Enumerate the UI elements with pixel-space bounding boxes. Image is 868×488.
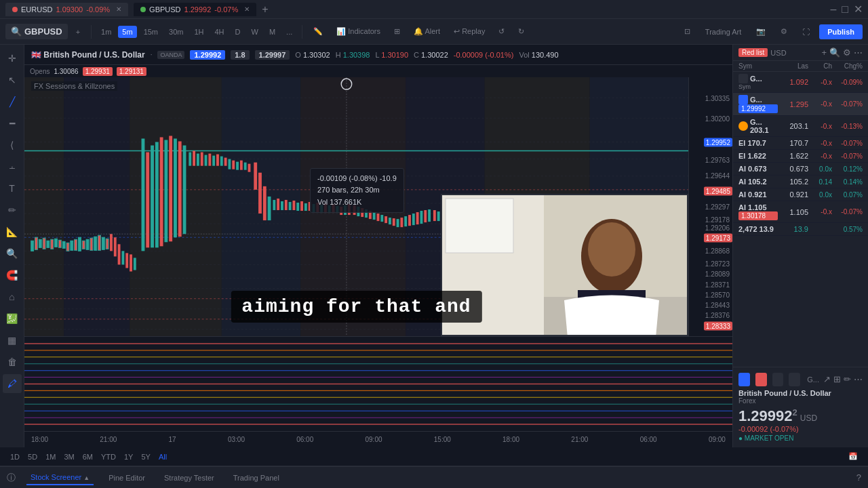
sidebar-trade[interactable]: 💹 [3, 309, 22, 328]
sidebar-delete[interactable]: 🗑 [3, 352, 22, 371]
watchlist-item-5[interactable]: AI 0.673 0.673 0.0x 0.12% [733, 163, 868, 176]
svg-rect-105 [357, 207, 359, 216]
svg-rect-102 [344, 205, 347, 215]
undo-button[interactable]: ↺ [493, 24, 510, 39]
wl-sym-5: AI 0.673 [738, 165, 767, 173]
tf-m[interactable]: M [265, 26, 279, 38]
tab-stock-screener[interactable]: Stock Screener ▲ [26, 470, 94, 485]
sidebar-highlight-active[interactable]: 🖍 [3, 374, 22, 393]
tf-1m-btn[interactable]: 1M [42, 451, 59, 462]
tf-w[interactable]: W [248, 26, 262, 38]
watchlist-settings-icon[interactable]: ⚙ [843, 47, 851, 58]
svg-rect-85 [277, 199, 279, 210]
sd-more-icon[interactable]: ⋯ [854, 374, 863, 384]
watchlist-more-icon[interactable]: ⋯ [854, 47, 863, 58]
tab-gbpusd[interactable]: GBPUSD 1.29992 -0.07% ✕ [134, 3, 256, 16]
alert-button[interactable]: 🔔 Alert [408, 24, 446, 39]
tf-more[interactable]: ... [282, 26, 296, 38]
price-1.29485-red: 1.29485 [704, 187, 732, 196]
watchlist-item-6[interactable]: AI 105.2 105.2 0.14 0.14% [733, 176, 868, 188]
tf-5y[interactable]: 5Y [138, 451, 153, 462]
templates-button[interactable]: ⊞ [389, 24, 406, 39]
tf-4h[interactable]: 4H [211, 26, 229, 38]
layout-button[interactable]: ⊡ [679, 24, 696, 39]
snapshot-button[interactable]: 📷 [751, 24, 771, 39]
watchlist-search-icon[interactable]: 🔍 [829, 47, 840, 58]
tab-close-eurusd[interactable]: ✕ [116, 5, 121, 13]
window-minimize[interactable]: – [830, 3, 836, 16]
tf-1m[interactable]: 1m [97, 26, 115, 38]
tf-cal-icon[interactable]: 📅 [845, 451, 861, 462]
tf-3m-btn[interactable]: 3M [60, 451, 77, 462]
wl-sym-9: 2,472 13.9 [738, 225, 774, 233]
svg-rect-69 [208, 154, 211, 166]
watchlist-item-7[interactable]: AI 0.921 0.921 0.0x 0.07% [733, 188, 868, 201]
sd-edit-icon[interactable]: ✏ [844, 374, 851, 384]
svg-rect-78 [244, 163, 247, 170]
sidebar-magnet[interactable]: 🧲 [3, 266, 22, 285]
tf-ytd[interactable]: YTD [98, 451, 119, 462]
svg-rect-118 [408, 215, 411, 226]
sidebar-text[interactable]: T [3, 179, 22, 198]
wl-sym-7: AI 0.921 [738, 190, 767, 199]
settings-button[interactable]: ⚙ [775, 24, 793, 39]
sidebar-line[interactable]: ╱ [3, 92, 22, 111]
sidebar-hline[interactable]: ━ [3, 114, 22, 133]
sidebar-cursor[interactable]: ↖ [3, 70, 22, 89]
sidebar-pattern[interactable]: ▦ [3, 331, 22, 350]
drawing-tools-button[interactable]: ✏️ [308, 24, 328, 39]
watchlist-item-9[interactable]: 2,472 13.9 13.9 0.57% [733, 223, 868, 236]
tf-15m[interactable]: 15m [140, 26, 162, 38]
indicators-button[interactable]: 📊 Indicators [331, 24, 386, 39]
watchlist-item-gbpusd[interactable]: G... 1.29992 1.295 -0.x -0.07% [733, 93, 868, 116]
tab-pine-editor[interactable]: Pine Editor [104, 471, 149, 485]
tf-1h[interactable]: 1H [190, 26, 208, 38]
watchlist-item-3[interactable]: El 170.7 170.7 -0.x -0.07% [733, 137, 868, 150]
tf-6m-btn[interactable]: 6M [79, 451, 96, 462]
price-1.29952-highlight: 1.29952 [704, 138, 732, 146]
window-close[interactable]: ✕ [854, 3, 863, 16]
add-symbol-button[interactable]: + [71, 25, 85, 39]
svg-rect-110 [377, 214, 380, 221]
watchlist-add-icon[interactable]: + [821, 47, 827, 58]
toolbar: 🔍 GBPUSD + 1m 5m 15m 30m 1H 4H D W M ...… [0, 19, 868, 45]
sidebar-channel[interactable]: ⟨ [3, 136, 22, 155]
redo-button[interactable]: ↻ [513, 24, 530, 39]
sidebar-crosshair[interactable]: ✛ [3, 49, 22, 68]
chart-area[interactable]: FX Sessions & Killzones [24, 77, 688, 336]
sd-link-icon[interactable]: ↗ [823, 374, 831, 384]
sidebar-brush[interactable]: ✏ [3, 201, 22, 220]
watchlist-item-2[interactable]: G... 203.1 203.1 -0.x -0.13% [733, 116, 868, 137]
ohlcv-h: H 1.30398 [336, 51, 370, 59]
new-tab-button[interactable]: + [262, 3, 268, 16]
toolbar-divider-1 [91, 25, 92, 39]
watchlist-item-0[interactable]: G... Sym 1.092 -0.x -0.09% [733, 72, 868, 93]
trading-art-button[interactable]: Trading Art [700, 25, 747, 39]
time-label-3: 03:00 [228, 436, 245, 443]
tab-close-gbpusd[interactable]: ✕ [244, 5, 250, 13]
replay-button[interactable]: ↩ Replay [448, 24, 490, 39]
sidebar-home[interactable]: ⌂ [3, 287, 22, 306]
sidebar-fib[interactable]: ⫠ [3, 157, 22, 176]
sidebar-measure[interactable]: 📐 [3, 222, 22, 241]
publish-button[interactable]: Publish [819, 24, 863, 39]
watchlist-item-8[interactable]: AI 1.105 1.30178 1.105 -0.x -0.07% [733, 201, 868, 223]
svg-rect-41 [86, 239, 89, 249]
tab-eurusd[interactable]: EURUSD 1.09300 -0.09% ✕ [5, 3, 128, 16]
symbol-search[interactable]: 🔍 GBPUSD [5, 24, 68, 39]
tf-30m[interactable]: 30m [165, 26, 187, 38]
tab-indicator-eurusd [12, 7, 18, 12]
tf-1d[interactable]: 1D [7, 451, 23, 462]
tf-all[interactable]: All [155, 451, 170, 462]
tab-trading-panel[interactable]: Trading Panel [229, 471, 283, 485]
tf-5m[interactable]: 5m [118, 26, 136, 38]
tab-strategy-tester[interactable]: Strategy Tester [160, 471, 218, 485]
window-maximize[interactable]: □ [842, 3, 848, 16]
watchlist-item-4[interactable]: El 1.622 1.622 -0.x -0.07% [733, 150, 868, 163]
tf-d[interactable]: D [231, 26, 245, 38]
sd-grid-icon[interactable]: ⊞ [833, 374, 841, 384]
tf-5d[interactable]: 5D [24, 451, 41, 462]
tf-1y[interactable]: 1Y [121, 451, 136, 462]
fullscreen-button[interactable]: ⛶ [797, 25, 815, 39]
sidebar-zoom[interactable]: 🔍 [3, 244, 22, 263]
